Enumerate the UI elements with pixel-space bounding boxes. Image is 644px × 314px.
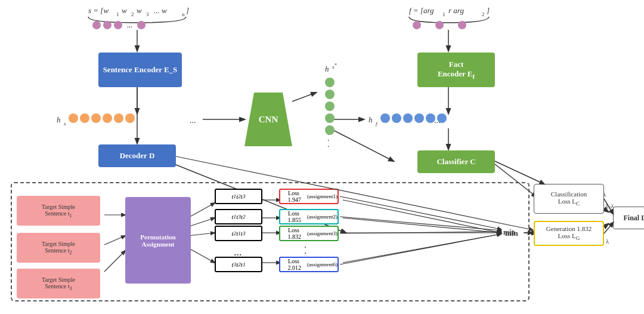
seq-dots: ... <box>234 246 242 258</box>
seq-t1t2t3: t1t2t3 <box>215 189 262 204</box>
svg-line-69 <box>604 199 613 214</box>
svg-text:s: s <box>64 121 66 127</box>
target-t2-box: Target SimpleSentence t2 <box>17 233 100 263</box>
svg-text:s = [w: s = [w <box>88 6 109 15</box>
cnn-box: CNN <box>244 93 292 146</box>
svg-line-17 <box>292 93 316 101</box>
decoder-box: Decoder D <box>98 144 176 167</box>
svg-text:λ: λ <box>606 238 609 245</box>
svg-text:r   arg: r arg <box>448 6 464 15</box>
svg-text:w: w <box>122 6 127 15</box>
svg-text:f: f <box>376 121 378 127</box>
svg-text:1: 1 <box>442 11 445 17</box>
svg-text:]: ] <box>185 6 189 15</box>
svg-text:2: 2 <box>482 11 485 17</box>
svg-text:]: ] <box>486 6 490 15</box>
target-t3-box: Target SimpleSentence t3 <box>17 269 100 298</box>
svg-text:h: h <box>325 64 329 73</box>
svg-line-23 <box>330 128 394 161</box>
svg-text:*: * <box>335 63 337 68</box>
loss-assignment6: Loss 2.012(assignment6) <box>279 257 339 272</box>
svg-line-70 <box>604 223 613 233</box>
sentence-circles: ... <box>92 21 145 30</box>
seq-t2t1t3: t2t1t3 <box>215 226 262 241</box>
svg-text:f = [arg: f = [arg <box>409 6 434 15</box>
svg-text:h: h <box>57 115 61 124</box>
fact-circles <box>413 21 466 29</box>
permutation-assignment-box: Permutation Assignment <box>125 197 191 284</box>
svg-text:3: 3 <box>146 11 149 17</box>
generation-loss-box: Generation 1.832Loss LG <box>534 221 604 246</box>
svg-text:...  w: ... w <box>154 6 167 15</box>
hs-star-circles <box>325 78 335 135</box>
hf-circles <box>380 113 447 123</box>
loss-assignment3: Loss 1.832(assignment3) <box>279 226 339 241</box>
svg-text:2: 2 <box>131 11 134 17</box>
svg-text:1: 1 <box>116 11 119 17</box>
sentence-encoder-box: Sentence Encoder E_S <box>98 53 182 87</box>
svg-text:·: · <box>327 142 330 151</box>
hs-circles <box>69 113 135 123</box>
svg-line-67 <box>495 161 544 184</box>
classifier-box: Classifier C <box>417 150 495 173</box>
loss-assignment1: Loss 1.947(assignment1) <box>279 189 339 204</box>
final-loss-box: Final Loss <box>613 207 644 229</box>
svg-text:·: · <box>327 136 330 145</box>
classification-loss-box: ClassificationLoss LC <box>534 184 604 214</box>
svg-text:n: n <box>182 11 185 17</box>
fact-encoder-box: FactEncoder Ef <box>417 53 495 87</box>
loss-assignment2: Loss 1.855(assignment2) <box>279 209 339 224</box>
seq-t1t3t2: t1t3t2 <box>215 209 262 224</box>
svg-text:h: h <box>369 115 373 124</box>
seq-t3t2t1: t3t2t1 <box>215 257 262 272</box>
diagram: s = [w 1 w 2 w 3 ... w n ] f = [arg 1 r … <box>0 0 644 314</box>
target-t1-box: Target SimpleSentence t1 <box>17 196 100 226</box>
svg-text:s: s <box>332 64 335 70</box>
svg-text:w: w <box>137 6 142 15</box>
svg-text:...: ... <box>190 116 196 125</box>
